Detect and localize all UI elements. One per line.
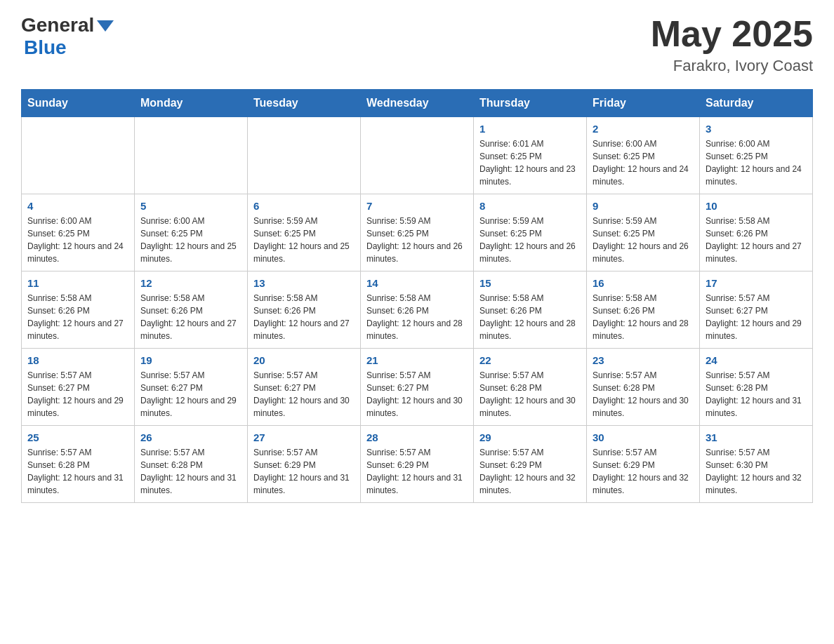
day-cell <box>135 117 248 194</box>
week-row-2: 4Sunrise: 6:00 AM Sunset: 6:25 PM Daylig… <box>22 194 813 271</box>
day-info: Sunrise: 5:57 AM Sunset: 6:29 PM Dayligh… <box>479 446 581 497</box>
calendar-body: 1Sunrise: 6:01 AM Sunset: 6:25 PM Daylig… <box>22 117 813 503</box>
day-cell: 25Sunrise: 5:57 AM Sunset: 6:28 PM Dayli… <box>22 426 135 503</box>
day-number: 14 <box>366 277 468 289</box>
logo-blue: Blue <box>24 36 67 58</box>
day-cell <box>22 117 135 194</box>
day-info: Sunrise: 5:57 AM Sunset: 6:29 PM Dayligh… <box>253 446 355 497</box>
day-number: 20 <box>253 354 355 366</box>
header-cell-saturday: Saturday <box>700 90 813 117</box>
day-cell: 10Sunrise: 5:58 AM Sunset: 6:26 PM Dayli… <box>700 194 813 271</box>
day-info: Sunrise: 5:57 AM Sunset: 6:27 PM Dayligh… <box>253 369 355 420</box>
header-cell-tuesday: Tuesday <box>248 90 361 117</box>
day-cell: 8Sunrise: 5:59 AM Sunset: 6:25 PM Daylig… <box>474 194 587 271</box>
day-info: Sunrise: 5:57 AM Sunset: 6:28 PM Dayligh… <box>140 446 241 497</box>
day-cell: 15Sunrise: 5:58 AM Sunset: 6:26 PM Dayli… <box>474 271 587 349</box>
day-number: 15 <box>479 277 581 289</box>
day-cell: 19Sunrise: 5:57 AM Sunset: 6:27 PM Dayli… <box>135 349 248 426</box>
day-number: 21 <box>366 354 468 366</box>
day-cell: 11Sunrise: 5:58 AM Sunset: 6:26 PM Dayli… <box>22 271 135 349</box>
day-number: 17 <box>706 277 807 289</box>
day-cell: 3Sunrise: 6:00 AM Sunset: 6:25 PM Daylig… <box>700 117 813 194</box>
day-number: 29 <box>479 431 581 443</box>
day-info: Sunrise: 5:57 AM Sunset: 6:27 PM Dayligh… <box>140 369 241 420</box>
day-cell: 24Sunrise: 5:57 AM Sunset: 6:28 PM Dayli… <box>700 349 813 426</box>
day-info: Sunrise: 5:59 AM Sunset: 6:25 PM Dayligh… <box>479 215 581 265</box>
day-cell: 12Sunrise: 5:58 AM Sunset: 6:26 PM Dayli… <box>135 271 248 349</box>
week-row-3: 11Sunrise: 5:58 AM Sunset: 6:26 PM Dayli… <box>22 271 813 349</box>
day-info: Sunrise: 5:57 AM Sunset: 6:28 PM Dayligh… <box>27 446 128 497</box>
day-number: 6 <box>253 200 355 212</box>
month-year-title: May 2025 <box>651 14 813 54</box>
day-number: 1 <box>479 123 581 135</box>
day-info: Sunrise: 5:57 AM Sunset: 6:30 PM Dayligh… <box>706 446 807 497</box>
header-cell-monday: Monday <box>135 90 248 117</box>
day-info: Sunrise: 5:58 AM Sunset: 6:26 PM Dayligh… <box>140 292 241 342</box>
day-cell: 30Sunrise: 5:57 AM Sunset: 6:29 PM Dayli… <box>587 426 700 503</box>
day-cell <box>248 117 361 194</box>
day-cell: 28Sunrise: 5:57 AM Sunset: 6:29 PM Dayli… <box>361 426 474 503</box>
day-cell: 20Sunrise: 5:57 AM Sunset: 6:27 PM Dayli… <box>248 349 361 426</box>
day-number: 28 <box>366 431 468 443</box>
day-number: 5 <box>140 200 241 212</box>
day-number: 24 <box>706 354 807 366</box>
day-number: 26 <box>140 431 241 443</box>
day-info: Sunrise: 6:00 AM Sunset: 6:25 PM Dayligh… <box>27 215 128 265</box>
day-cell: 2Sunrise: 6:00 AM Sunset: 6:25 PM Daylig… <box>587 117 700 194</box>
header-cell-friday: Friday <box>587 90 700 117</box>
day-cell: 13Sunrise: 5:58 AM Sunset: 6:26 PM Dayli… <box>248 271 361 349</box>
day-number: 11 <box>27 277 128 289</box>
day-info: Sunrise: 5:59 AM Sunset: 6:25 PM Dayligh… <box>593 215 694 265</box>
day-cell: 5Sunrise: 6:00 AM Sunset: 6:25 PM Daylig… <box>135 194 248 271</box>
calendar-header: SundayMondayTuesdayWednesdayThursdayFrid… <box>22 90 813 117</box>
page-header: General Blue May 2025 Farakro, Ivory Coa… <box>21 14 813 75</box>
day-cell: 27Sunrise: 5:57 AM Sunset: 6:29 PM Dayli… <box>248 426 361 503</box>
day-info: Sunrise: 5:57 AM Sunset: 6:28 PM Dayligh… <box>593 369 694 420</box>
day-number: 9 <box>593 200 694 212</box>
day-number: 13 <box>253 277 355 289</box>
day-cell: 17Sunrise: 5:57 AM Sunset: 6:27 PM Dayli… <box>700 271 813 349</box>
day-info: Sunrise: 5:59 AM Sunset: 6:25 PM Dayligh… <box>253 215 355 265</box>
header-cell-thursday: Thursday <box>474 90 587 117</box>
day-number: 22 <box>479 354 581 366</box>
day-cell: 18Sunrise: 5:57 AM Sunset: 6:27 PM Dayli… <box>22 349 135 426</box>
day-number: 3 <box>706 123 807 135</box>
day-info: Sunrise: 5:57 AM Sunset: 6:28 PM Dayligh… <box>706 369 807 420</box>
logo: General Blue <box>21 14 114 59</box>
day-cell: 31Sunrise: 5:57 AM Sunset: 6:30 PM Dayli… <box>700 426 813 503</box>
day-number: 27 <box>253 431 355 443</box>
day-cell: 9Sunrise: 5:59 AM Sunset: 6:25 PM Daylig… <box>587 194 700 271</box>
day-info: Sunrise: 5:57 AM Sunset: 6:27 PM Dayligh… <box>366 369 468 420</box>
header-row: SundayMondayTuesdayWednesdayThursdayFrid… <box>22 90 813 117</box>
day-number: 12 <box>140 277 241 289</box>
day-number: 31 <box>706 431 807 443</box>
day-info: Sunrise: 5:58 AM Sunset: 6:26 PM Dayligh… <box>479 292 581 342</box>
day-info: Sunrise: 6:00 AM Sunset: 6:25 PM Dayligh… <box>706 137 807 188</box>
day-number: 4 <box>27 200 128 212</box>
day-number: 30 <box>593 431 694 443</box>
day-number: 25 <box>27 431 128 443</box>
day-number: 10 <box>706 200 807 212</box>
header-cell-wednesday: Wednesday <box>361 90 474 117</box>
day-info: Sunrise: 5:58 AM Sunset: 6:26 PM Dayligh… <box>366 292 468 342</box>
calendar-table: SundayMondayTuesdayWednesdayThursdayFrid… <box>21 89 813 503</box>
logo-text-block: General Blue <box>21 14 114 59</box>
day-cell: 6Sunrise: 5:59 AM Sunset: 6:25 PM Daylig… <box>248 194 361 271</box>
day-info: Sunrise: 5:59 AM Sunset: 6:25 PM Dayligh… <box>366 215 468 265</box>
day-cell: 23Sunrise: 5:57 AM Sunset: 6:28 PM Dayli… <box>587 349 700 426</box>
day-cell: 16Sunrise: 5:58 AM Sunset: 6:26 PM Dayli… <box>587 271 700 349</box>
day-number: 8 <box>479 200 581 212</box>
logo-general: General <box>21 14 94 36</box>
day-info: Sunrise: 5:58 AM Sunset: 6:26 PM Dayligh… <box>593 292 694 342</box>
day-number: 2 <box>593 123 694 135</box>
day-cell: 4Sunrise: 6:00 AM Sunset: 6:25 PM Daylig… <box>22 194 135 271</box>
day-info: Sunrise: 5:57 AM Sunset: 6:27 PM Dayligh… <box>706 292 807 342</box>
day-number: 16 <box>593 277 694 289</box>
day-cell: 29Sunrise: 5:57 AM Sunset: 6:29 PM Dayli… <box>474 426 587 503</box>
day-info: Sunrise: 5:57 AM Sunset: 6:27 PM Dayligh… <box>27 369 128 420</box>
logo-triangle <box>97 20 114 32</box>
day-cell: 26Sunrise: 5:57 AM Sunset: 6:28 PM Dayli… <box>135 426 248 503</box>
header-cell-sunday: Sunday <box>22 90 135 117</box>
day-number: 19 <box>140 354 241 366</box>
week-row-1: 1Sunrise: 6:01 AM Sunset: 6:25 PM Daylig… <box>22 117 813 194</box>
